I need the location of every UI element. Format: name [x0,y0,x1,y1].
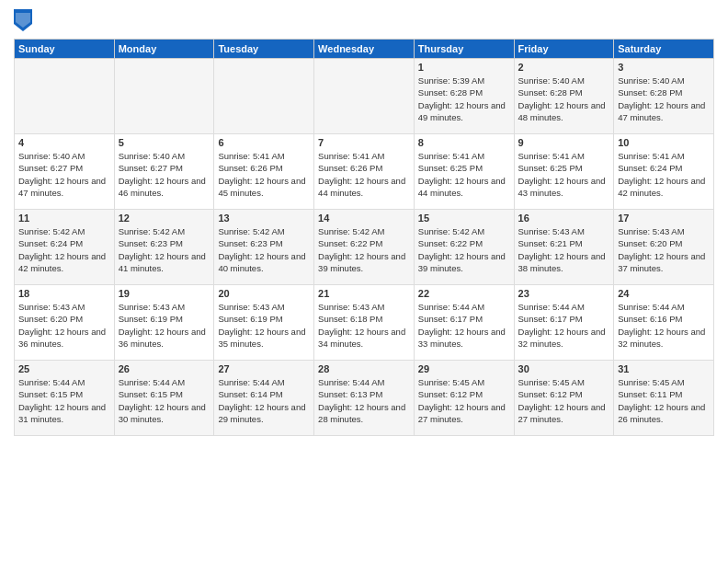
page: SundayMondayTuesdayWednesdayThursdayFrid… [0,0,728,563]
day-cell: 20Sunrise: 5:43 AM Sunset: 6:19 PM Dayli… [214,285,314,361]
day-cell: 18Sunrise: 5:43 AM Sunset: 6:20 PM Dayli… [15,285,115,361]
day-info: Sunrise: 5:41 AM Sunset: 6:25 PM Dayligh… [418,150,510,199]
day-number: 13 [218,213,310,224]
day-cell: 24Sunrise: 5:44 AM Sunset: 6:16 PM Dayli… [614,285,714,361]
day-cell: 27Sunrise: 5:44 AM Sunset: 6:14 PM Dayli… [214,361,314,436]
day-number: 31 [618,363,710,374]
day-number: 10 [618,137,710,148]
day-number: 16 [518,213,610,224]
day-number: 15 [418,213,510,224]
day-info: Sunrise: 5:43 AM Sunset: 6:20 PM Dayligh… [18,301,110,350]
day-cell: 25Sunrise: 5:44 AM Sunset: 6:15 PM Dayli… [15,361,115,436]
day-number: 14 [318,213,410,224]
day-info: Sunrise: 5:43 AM Sunset: 6:20 PM Dayligh… [618,225,710,274]
day-info: Sunrise: 5:40 AM Sunset: 6:27 PM Dayligh… [18,150,110,199]
day-number: 24 [618,288,710,299]
day-cell [15,59,115,134]
day-number: 5 [119,137,210,148]
col-header-thursday: Thursday [414,40,514,59]
day-number: 3 [618,62,710,73]
week-row-2: 4Sunrise: 5:40 AM Sunset: 6:27 PM Daylig… [15,134,714,210]
day-number: 8 [418,137,510,148]
day-number: 23 [518,288,610,299]
day-info: Sunrise: 5:44 AM Sunset: 6:16 PM Dayligh… [618,301,710,350]
col-header-sunday: Sunday [15,40,115,59]
day-info: Sunrise: 5:45 AM Sunset: 6:11 PM Dayligh… [618,376,710,425]
day-cell: 10Sunrise: 5:41 AM Sunset: 6:24 PM Dayli… [614,134,714,210]
day-info: Sunrise: 5:41 AM Sunset: 6:24 PM Dayligh… [618,150,710,199]
day-info: Sunrise: 5:41 AM Sunset: 6:26 PM Dayligh… [318,150,410,199]
day-info: Sunrise: 5:44 AM Sunset: 6:15 PM Dayligh… [18,376,110,425]
day-info: Sunrise: 5:42 AM Sunset: 6:24 PM Dayligh… [18,225,110,274]
day-info: Sunrise: 5:45 AM Sunset: 6:12 PM Dayligh… [518,376,610,425]
day-info: Sunrise: 5:44 AM Sunset: 6:13 PM Dayligh… [318,376,410,425]
day-info: Sunrise: 5:44 AM Sunset: 6:17 PM Dayligh… [518,301,610,350]
day-cell: 1Sunrise: 5:39 AM Sunset: 6:28 PM Daylig… [414,59,514,134]
day-cell: 19Sunrise: 5:43 AM Sunset: 6:19 PM Dayli… [114,285,214,361]
day-number: 9 [518,137,610,148]
day-number: 30 [518,363,610,374]
col-header-wednesday: Wednesday [314,40,415,59]
day-cell: 15Sunrise: 5:42 AM Sunset: 6:22 PM Dayli… [414,210,514,285]
day-number: 20 [218,288,310,299]
week-row-3: 11Sunrise: 5:42 AM Sunset: 6:24 PM Dayli… [15,210,714,285]
day-number: 12 [119,213,210,224]
logo [14,9,36,31]
day-cell [314,59,415,134]
day-number: 22 [418,288,510,299]
day-number: 19 [119,288,210,299]
day-cell: 28Sunrise: 5:44 AM Sunset: 6:13 PM Dayli… [314,361,415,436]
day-cell: 21Sunrise: 5:43 AM Sunset: 6:18 PM Dayli… [314,285,415,361]
day-number: 18 [18,288,110,299]
day-cell: 2Sunrise: 5:40 AM Sunset: 6:28 PM Daylig… [514,59,614,134]
day-cell: 12Sunrise: 5:42 AM Sunset: 6:23 PM Dayli… [114,210,214,285]
day-number: 6 [218,137,310,148]
day-cell: 3Sunrise: 5:40 AM Sunset: 6:28 PM Daylig… [614,59,714,134]
day-cell: 16Sunrise: 5:43 AM Sunset: 6:21 PM Dayli… [514,210,614,285]
day-cell: 5Sunrise: 5:40 AM Sunset: 6:27 PM Daylig… [114,134,214,210]
day-cell: 22Sunrise: 5:44 AM Sunset: 6:17 PM Dayli… [414,285,514,361]
day-cell: 30Sunrise: 5:45 AM Sunset: 6:12 PM Dayli… [514,361,614,436]
day-cell: 29Sunrise: 5:45 AM Sunset: 6:12 PM Dayli… [414,361,514,436]
day-number: 28 [318,363,410,374]
day-info: Sunrise: 5:43 AM Sunset: 6:18 PM Dayligh… [318,301,410,350]
day-info: Sunrise: 5:40 AM Sunset: 6:28 PM Dayligh… [618,75,710,123]
day-cell: 9Sunrise: 5:41 AM Sunset: 6:25 PM Daylig… [514,134,614,210]
day-cell: 7Sunrise: 5:41 AM Sunset: 6:26 PM Daylig… [314,134,415,210]
day-cell: 6Sunrise: 5:41 AM Sunset: 6:26 PM Daylig… [214,134,314,210]
day-cell: 31Sunrise: 5:45 AM Sunset: 6:11 PM Dayli… [614,361,714,436]
col-header-tuesday: Tuesday [214,40,314,59]
day-cell: 23Sunrise: 5:44 AM Sunset: 6:17 PM Dayli… [514,285,614,361]
col-header-saturday: Saturday [614,40,714,59]
day-info: Sunrise: 5:41 AM Sunset: 6:26 PM Dayligh… [218,150,310,199]
day-number: 26 [119,363,210,374]
day-number: 1 [418,62,510,73]
day-number: 21 [318,288,410,299]
day-number: 2 [518,62,610,73]
day-info: Sunrise: 5:39 AM Sunset: 6:28 PM Dayligh… [418,75,510,123]
calendar-table: SundayMondayTuesdayWednesdayThursdayFrid… [14,39,714,436]
day-cell: 17Sunrise: 5:43 AM Sunset: 6:20 PM Dayli… [614,210,714,285]
day-info: Sunrise: 5:42 AM Sunset: 6:23 PM Dayligh… [119,225,210,274]
day-cell: 13Sunrise: 5:42 AM Sunset: 6:23 PM Dayli… [214,210,314,285]
day-info: Sunrise: 5:44 AM Sunset: 6:14 PM Dayligh… [218,376,310,425]
col-header-monday: Monday [114,40,214,59]
day-number: 7 [318,137,410,148]
day-info: Sunrise: 5:40 AM Sunset: 6:27 PM Dayligh… [119,150,210,199]
day-number: 4 [18,137,110,148]
day-info: Sunrise: 5:43 AM Sunset: 6:19 PM Dayligh… [119,301,210,350]
day-cell: 4Sunrise: 5:40 AM Sunset: 6:27 PM Daylig… [15,134,115,210]
week-row-1: 1Sunrise: 5:39 AM Sunset: 6:28 PM Daylig… [15,59,714,134]
day-info: Sunrise: 5:42 AM Sunset: 6:23 PM Dayligh… [218,225,310,274]
day-number: 29 [418,363,510,374]
logo-icon [14,9,32,31]
day-info: Sunrise: 5:44 AM Sunset: 6:17 PM Dayligh… [418,301,510,350]
week-row-5: 25Sunrise: 5:44 AM Sunset: 6:15 PM Dayli… [15,361,714,436]
day-info: Sunrise: 5:40 AM Sunset: 6:28 PM Dayligh… [518,75,610,123]
day-number: 17 [618,213,710,224]
day-info: Sunrise: 5:43 AM Sunset: 6:19 PM Dayligh… [218,301,310,350]
day-cell [114,59,214,134]
day-info: Sunrise: 5:42 AM Sunset: 6:22 PM Dayligh… [418,225,510,274]
day-info: Sunrise: 5:43 AM Sunset: 6:21 PM Dayligh… [518,225,610,274]
day-number: 27 [218,363,310,374]
